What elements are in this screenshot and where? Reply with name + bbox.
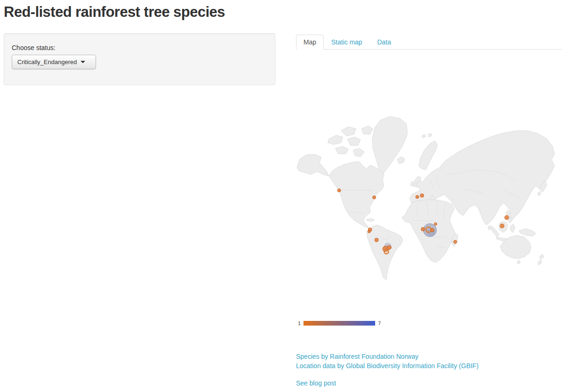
island-tasmania: [517, 260, 520, 264]
map-color-legend: 1 7: [298, 320, 381, 326]
island-iceland: [397, 157, 405, 164]
region-scandinavia: [419, 141, 437, 170]
legend-max-label: 7: [378, 320, 381, 326]
borneo-point[interactable]: [500, 224, 504, 228]
region-alaska: [297, 154, 329, 176]
continent-north-america: [329, 161, 384, 228]
status-dropdown-value: Critically_Endangered: [17, 58, 77, 65]
tab-data[interactable]: Data: [370, 35, 399, 50]
map-panel: [296, 51, 562, 316]
new-england-point[interactable]: [373, 196, 376, 199]
attribution-links: Species by Rainforest Foundation Norway …: [296, 352, 479, 370]
pacific-northwest-point[interactable]: [338, 189, 341, 192]
ivory-coast-point[interactable]: [421, 227, 425, 231]
philippines-point[interactable]: [505, 216, 509, 220]
choose-status-label: Choose status:: [12, 44, 55, 51]
status-dropdown[interactable]: Critically_Endangered: [12, 55, 96, 69]
island-sulawesi: [510, 224, 515, 232]
madagascar-point[interactable]: [454, 240, 457, 244]
island-new-zealand-south: [538, 260, 542, 265]
spain-point[interactable]: [420, 194, 424, 197]
page-title: Red-listed rainforest tree species: [4, 4, 225, 21]
blog-post-link[interactable]: See blog post: [296, 379, 336, 387]
island-sumatra: [490, 226, 499, 237]
island-new-guinea: [519, 229, 536, 236]
portugal-point[interactable]: [416, 196, 419, 199]
tab-bar: Map Static map Data: [296, 35, 562, 50]
sidebar-panel: Choose status: Critically_Endangered: [4, 33, 275, 85]
nigeria-point[interactable]: [434, 223, 437, 225]
tab-map[interactable]: Map: [296, 35, 324, 50]
blog-link-row: See blog post: [296, 379, 336, 387]
island-cuba: [366, 218, 375, 221]
location-source-link[interactable]: Location data by Global Biodiversity Inf…: [296, 361, 479, 370]
tab-static-map[interactable]: Static map: [324, 35, 370, 50]
island-new-zealand-north: [540, 254, 544, 260]
continents: [297, 116, 555, 280]
chevron-down-icon: [81, 61, 85, 63]
bolivia-point[interactable]: [375, 238, 378, 242]
world-map-svg[interactable]: [296, 115, 556, 302]
species-source-link[interactable]: Species by Rainforest Foundation Norway: [296, 352, 479, 361]
legend-min-label: 1: [298, 320, 301, 326]
ecuador-point-2[interactable]: [368, 230, 370, 233]
continent-greenland: [372, 116, 407, 174]
paraguay-point-small[interactable]: [387, 246, 392, 250]
legend-gradient-bar: [303, 321, 375, 326]
